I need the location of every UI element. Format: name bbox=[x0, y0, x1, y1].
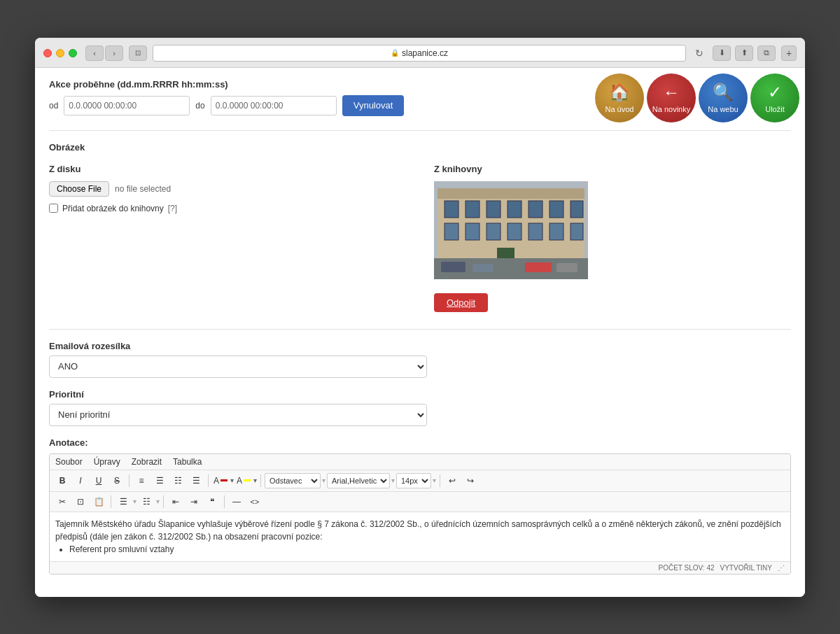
ol-button[interactable]: ☷ bbox=[138, 494, 155, 509]
svg-rect-19 bbox=[441, 262, 465, 272]
menu-zobrazit[interactable]: Zobrazit bbox=[132, 457, 162, 467]
web-label: Na webu bbox=[708, 105, 738, 113]
choose-file-button[interactable]: Choose File bbox=[49, 181, 109, 197]
od-input[interactable] bbox=[64, 96, 190, 115]
novinky-button[interactable]: ← Na novinky bbox=[647, 73, 696, 122]
reload-button[interactable]: ↻ bbox=[692, 45, 707, 61]
undo-button[interactable]: ↩ bbox=[444, 473, 461, 488]
menu-upravy[interactable]: Úpravy bbox=[94, 457, 120, 467]
align-left-button[interactable]: ≡ bbox=[133, 473, 150, 488]
resize-handle[interactable]: ⋰ bbox=[778, 564, 785, 572]
choose-file-row: Choose File no file selected bbox=[49, 181, 406, 197]
font-color-icon: A bbox=[214, 476, 227, 486]
strikethrough-button[interactable]: S bbox=[108, 473, 125, 488]
z-disku-column: Z disku Choose File no file selected Při… bbox=[49, 164, 406, 312]
svg-rect-14 bbox=[528, 223, 542, 240]
code-button[interactable]: <> bbox=[246, 494, 263, 509]
copy-button[interactable]: ⊡ bbox=[72, 494, 89, 509]
new-tab-button[interactable]: + bbox=[781, 45, 797, 61]
maximize-button[interactable] bbox=[69, 49, 77, 57]
bold-button[interactable]: B bbox=[54, 473, 71, 488]
ul-button[interactable]: ☰ bbox=[115, 494, 132, 509]
priority-select[interactable]: Není prioritní Prioritní bbox=[49, 404, 427, 426]
help-link[interactable]: [?] bbox=[168, 204, 177, 213]
indent-less-button[interactable]: ⇤ bbox=[167, 494, 184, 509]
email-select[interactable]: ANO NE bbox=[49, 355, 427, 378]
share-icon[interactable]: ⬆ bbox=[735, 45, 753, 61]
email-section: Emailová rozesílka ANO NE bbox=[49, 341, 791, 378]
no-file-text: no file selected bbox=[115, 184, 171, 194]
font-color-button[interactable]: A bbox=[212, 473, 229, 488]
highlight-arrow[interactable]: ▾ bbox=[253, 477, 257, 484]
font-color-arrow[interactable]: ▾ bbox=[230, 477, 234, 484]
web-search-button[interactable]: 🔍 Na webu bbox=[699, 73, 748, 122]
menu-tabulka[interactable]: Tabulka bbox=[173, 457, 202, 467]
underline-button[interactable]: U bbox=[90, 473, 107, 488]
add-to-library-checkbox[interactable] bbox=[49, 204, 58, 213]
image-section-title: Obrázek bbox=[49, 142, 791, 153]
back-arrow[interactable]: ‹ bbox=[85, 45, 104, 61]
form-area: Akce proběhne (dd.mm.RRRR hh:mm:ss) od d… bbox=[35, 68, 805, 597]
search-icon: 🔍 bbox=[713, 83, 734, 102]
back-icon: ← bbox=[663, 83, 680, 102]
annotation-label: Anotace: bbox=[49, 437, 791, 448]
odpojit-button[interactable]: Odpojit bbox=[434, 293, 488, 312]
vynulovat-button[interactable]: Vynulovat bbox=[342, 95, 405, 116]
editor-paragraph: Tajemník Městského úřadu Šlapanice vyhla… bbox=[55, 518, 785, 543]
format-arrow: ▾ bbox=[322, 477, 326, 484]
address-bar[interactable]: 🔒 slapanice.cz bbox=[153, 45, 686, 62]
save-button[interactable]: ✓ Uložit bbox=[750, 73, 799, 122]
align-justify-button[interactable]: ☰ bbox=[188, 473, 204, 488]
editor-list-item: Referent pro smluvní vztahy bbox=[69, 543, 785, 556]
save-label: Uložit bbox=[765, 105, 785, 113]
ul-arrow[interactable]: ▾ bbox=[133, 498, 136, 505]
italic-button[interactable]: I bbox=[72, 473, 89, 488]
size-select[interactable]: 14px bbox=[396, 473, 431, 488]
format-select[interactable]: Odstavec bbox=[265, 473, 321, 488]
svg-rect-12 bbox=[486, 223, 500, 240]
divider-2 bbox=[49, 329, 791, 330]
svg-rect-20 bbox=[472, 264, 493, 272]
add-to-library-row: Přidat obrázek do knihovny [?] bbox=[49, 204, 406, 213]
align-center-button[interactable]: ☰ bbox=[151, 473, 168, 488]
do-input[interactable] bbox=[211, 96, 337, 115]
lock-icon: 🔒 bbox=[391, 49, 399, 57]
highlight-button[interactable]: A bbox=[235, 473, 252, 488]
sep5 bbox=[111, 495, 111, 508]
forward-arrow[interactable]: › bbox=[105, 45, 123, 61]
z-disku-label: Z disku bbox=[49, 164, 406, 174]
z-knihovny-column: Z knihovny bbox=[434, 164, 791, 312]
svg-rect-5 bbox=[486, 201, 500, 218]
tabs-icon[interactable]: ⧉ bbox=[757, 45, 776, 61]
download-icon[interactable]: ⬇ bbox=[713, 45, 731, 61]
svg-rect-2 bbox=[438, 188, 584, 199]
sep6 bbox=[163, 495, 164, 508]
tab-button[interactable]: ⊡ bbox=[129, 45, 147, 61]
svg-rect-8 bbox=[550, 201, 564, 218]
z-knihovny-label: Z knihovny bbox=[434, 164, 791, 174]
browser-actions: ⬇ ⬆ ⧉ bbox=[713, 45, 776, 61]
hr-button[interactable]: — bbox=[228, 494, 245, 509]
close-button[interactable] bbox=[43, 49, 52, 57]
menu-soubor[interactable]: Soubor bbox=[55, 457, 83, 467]
traffic-lights bbox=[43, 49, 77, 57]
editor-list: Referent pro smluvní vztahy bbox=[55, 543, 785, 556]
editor-body[interactable]: Tajemník Městského úřadu Šlapanice vyhla… bbox=[50, 512, 790, 561]
top-nav-buttons: 🏠 Na úvod ← Na novinky 🔍 Na webu ✓ Uloži… bbox=[589, 68, 805, 128]
svg-rect-4 bbox=[465, 201, 479, 218]
minimize-button[interactable] bbox=[56, 49, 64, 57]
svg-rect-21 bbox=[525, 262, 552, 272]
do-label: do bbox=[195, 101, 204, 111]
redo-button[interactable]: ↪ bbox=[462, 473, 479, 488]
font-select[interactable]: Arial,Helvetic... bbox=[327, 473, 390, 488]
svg-rect-15 bbox=[550, 223, 564, 240]
blockquote-button[interactable]: ❝ bbox=[204, 494, 220, 509]
home-button[interactable]: 🏠 Na úvod bbox=[595, 73, 644, 122]
paste-button[interactable]: 📋 bbox=[90, 494, 107, 509]
indent-more-button[interactable]: ⇥ bbox=[186, 494, 202, 509]
novinky-label: Na novinky bbox=[652, 105, 690, 113]
ol-arrow[interactable]: ▾ bbox=[156, 498, 160, 505]
svg-rect-6 bbox=[507, 201, 522, 218]
cut-button[interactable]: ✂ bbox=[54, 494, 71, 509]
align-right-button[interactable]: ☷ bbox=[169, 473, 186, 488]
